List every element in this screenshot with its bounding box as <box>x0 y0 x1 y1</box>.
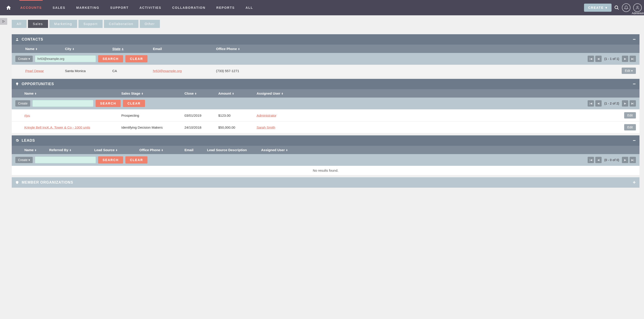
subtab-sales[interactable]: Sales <box>28 20 48 28</box>
col-lead-desc[interactable]: Lead Source Description <box>207 148 261 152</box>
col-phone[interactable]: Office Phone▲▼ <box>216 47 275 51</box>
topbar-right: CREATE ▾ <box>584 3 642 12</box>
main: All Sales Marketing Support Collaboratio… <box>0 15 644 194</box>
pager-next[interactable]: ▶ <box>622 56 628 62</box>
nav-accounts[interactable]: ACCOUNTS <box>15 0 47 15</box>
pager-prev[interactable]: ◀ <box>595 100 602 107</box>
pager-next[interactable]: ▶ <box>622 157 628 163</box>
contacts-clear-button[interactable]: CLEAR <box>125 55 148 62</box>
contacts-create-button[interactable]: Create▾ <box>15 56 33 62</box>
nav-activities[interactable]: ACTIVITIES <box>134 0 167 15</box>
notifications-icon[interactable] <box>622 3 630 12</box>
svg-marker-3 <box>3 20 4 22</box>
sort-icon: ▲▼ <box>281 92 284 95</box>
contacts-controls: Create▾ SEARCH CLEAR |◀ ◀ (1 - 1 of 1) ▶… <box>12 53 640 65</box>
pager-last[interactable]: ▶| <box>630 100 636 107</box>
topbar: ACCOUNTS SALES MARKETING SUPPORT ACTIVIT… <box>0 0 644 15</box>
contacts-search-button[interactable]: SEARCH <box>98 55 123 62</box>
shield-icon <box>15 181 19 184</box>
leads-controls: Create▾ SEARCH CLEAR |◀ ◀ (0 - 0 of 0) ▶… <box>12 154 640 166</box>
edit-button[interactable]: Edit▾ <box>622 68 636 74</box>
caret-down-icon: ▾ <box>606 6 608 9</box>
edit-button[interactable]: Edit <box>624 112 636 118</box>
leads-columns: Name▲▼ Referred By▲▼ Lead Source▲▼ Offic… <box>12 146 640 154</box>
col-lead-assigned[interactable]: Assigned User▲▼ <box>261 148 302 152</box>
home-icon[interactable] <box>2 5 15 10</box>
opp-name-link[interactable]: Kringle Bell IncK.A. Tower & Co - 1000 u… <box>24 125 90 129</box>
opp-assigned-link[interactable]: Sarah Smith <box>256 125 275 129</box>
subtab-support[interactable]: Support <box>78 20 102 28</box>
sort-icon: ▲▼ <box>69 149 72 151</box>
contacts-title: CONTACTS <box>22 37 43 41</box>
expand-icon[interactable]: + <box>633 180 636 185</box>
contacts-columns: Name▲▼ City▲▼ State▲▼ Email Office Phone… <box>12 45 640 53</box>
subtab-all[interactable]: All <box>12 20 26 28</box>
pager-first[interactable]: |◀ <box>588 157 594 163</box>
sort-icon: ▲▼ <box>72 48 74 50</box>
col-name[interactable]: Name▲▼ <box>15 47 65 51</box>
opportunities-create-button[interactable]: Create <box>15 100 30 107</box>
col-lead-name[interactable]: Name▲▼ <box>15 148 49 152</box>
subtab-collaboration[interactable]: Collaboration <box>104 20 138 28</box>
sort-icon: ▲▼ <box>232 92 234 95</box>
nav-collaboration[interactable]: COLLABORATION <box>167 0 211 15</box>
col-assigned[interactable]: Assigned User▲▼ <box>256 91 302 95</box>
opportunities-title: OPPORTUNITIES <box>22 82 54 86</box>
search-icon[interactable] <box>614 5 619 10</box>
col-source[interactable]: Lead Source▲▼ <box>94 148 139 152</box>
contact-email-link[interactable]: hr63@example.org <box>153 69 182 73</box>
sort-icon: ▲▼ <box>34 149 37 151</box>
svg-point-2 <box>637 6 638 8</box>
nav-support[interactable]: SUPPORT <box>105 0 134 15</box>
leads-pager: |◀ ◀ (0 - 0 of 0) ▶ ▶| <box>588 157 636 163</box>
leads-clear-button[interactable]: CLEAR <box>125 156 148 164</box>
col-lead-phone[interactable]: Office Phone▲▼ <box>139 148 184 152</box>
sort-icon: ▲▼ <box>116 149 118 151</box>
col-state[interactable]: State▲▼ <box>112 47 153 51</box>
opp-stage: Prospecting <box>121 114 184 117</box>
pager-last[interactable]: ▶| <box>630 157 636 163</box>
create-button[interactable]: CREATE ▾ <box>584 3 612 12</box>
opportunities-search-input[interactable] <box>32 100 93 107</box>
pager-first[interactable]: |◀ <box>588 100 594 107</box>
pager-prev[interactable]: ◀ <box>595 157 602 163</box>
leads-search-input[interactable] <box>35 157 96 163</box>
nav-reports[interactable]: REPORTS <box>211 0 240 15</box>
member-orgs-title: MEMBER ORGANIZATIONS <box>22 180 73 185</box>
collapse-icon[interactable]: − <box>633 81 636 87</box>
col-amount[interactable]: Amount▲▼ <box>218 91 256 95</box>
subtab-other[interactable]: Other <box>140 20 160 28</box>
collapse-icon[interactable]: − <box>633 138 636 143</box>
opportunities-search-button[interactable]: SEARCH <box>96 100 121 107</box>
member-orgs-header: MEMBER ORGANIZATIONS + <box>12 177 640 188</box>
col-stage[interactable]: Sales Stage▲▼ <box>121 91 184 95</box>
pager-first[interactable]: |◀ <box>588 56 594 62</box>
leads-search-button[interactable]: SEARCH <box>98 156 123 164</box>
nav-sales[interactable]: SALES <box>47 0 71 15</box>
col-city[interactable]: City▲▼ <box>65 47 112 51</box>
edit-button[interactable]: Edit <box>624 124 636 130</box>
pager-last[interactable]: ▶| <box>630 56 636 62</box>
subtab-marketing[interactable]: Marketing <box>50 20 77 28</box>
pager-next[interactable]: ▶ <box>622 100 628 107</box>
col-opp-name[interactable]: Name▲▼ <box>15 91 121 95</box>
contacts-search-input[interactable] <box>35 55 96 62</box>
col-email[interactable]: Email <box>153 47 216 51</box>
opp-stage: Identifying Decision Makers <box>121 125 184 129</box>
col-lead-email[interactable]: Email <box>184 148 207 152</box>
col-close[interactable]: Close▲▼ <box>184 91 218 95</box>
contact-phone: (733) 557-1271 <box>216 69 275 73</box>
opp-assigned-link[interactable]: Administrator <box>256 114 276 117</box>
pager-prev[interactable]: ◀ <box>595 56 602 62</box>
col-referred[interactable]: Referred By▲▼ <box>49 148 94 152</box>
nav-marketing[interactable]: MARKETING <box>71 0 105 15</box>
sort-icon: ▲▼ <box>286 149 288 151</box>
opportunities-clear-button[interactable]: CLEAR <box>123 100 145 107</box>
opp-name-link[interactable]: rtyu <box>24 114 30 117</box>
leads-create-button[interactable]: Create▾ <box>15 157 33 163</box>
contact-name-link[interactable]: Pearl Dewar <box>25 69 44 73</box>
nav-all[interactable]: ALL <box>240 0 258 15</box>
user-icon[interactable] <box>633 3 642 12</box>
sidebar-toggle[interactable] <box>0 18 7 25</box>
collapse-icon[interactable]: − <box>633 36 636 42</box>
